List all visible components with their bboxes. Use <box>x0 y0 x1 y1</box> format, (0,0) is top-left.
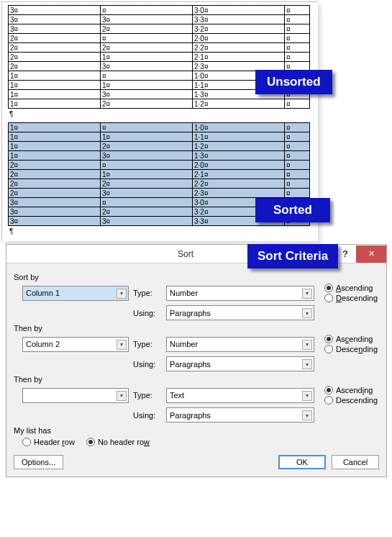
using-label: Using: <box>133 360 162 369</box>
table-row: 1¤1¤1·1¤¤ <box>9 132 310 142</box>
document-area: 3¤¤3·0¤¤3¤3¤3·3¤¤3¤2¤3·2¤¤2¤¤2·0¤¤2¤2¤2·… <box>1 1 318 241</box>
table-cell: ¤ <box>285 99 310 109</box>
table-cell: 1¤ <box>9 90 101 99</box>
table-cell: 1¤ <box>101 132 193 142</box>
then-by-2-descending-radio[interactable]: Descending <box>324 396 378 405</box>
table-cell: 3¤ <box>101 151 193 161</box>
table-row: 2¤¤2·0¤¤ <box>9 34 310 43</box>
table-cell: 2¤ <box>9 170 101 179</box>
table-cell: 1¤ <box>101 53 193 62</box>
table-cell: 2·1¤ <box>193 53 285 62</box>
help-button[interactable]: ? <box>336 245 355 263</box>
radio-icon <box>86 438 95 446</box>
unsorted-badge: Unsorted <box>255 70 332 94</box>
then-by-descending-radio[interactable]: Descending <box>324 345 378 353</box>
chevron-down-icon: ▾ <box>302 289 312 299</box>
table-cell: 1¤ <box>9 71 101 81</box>
table-cell: 1·2¤ <box>193 99 285 109</box>
table-row: 3¤2¤3·2¤¤ <box>9 24 310 34</box>
table-cell: 2¤ <box>9 53 101 62</box>
radio-icon <box>324 345 333 353</box>
no-header-row-radio[interactable]: No header row <box>86 438 150 446</box>
table-cell: 1¤ <box>9 151 101 161</box>
chevron-down-icon: ▾ <box>117 289 127 299</box>
paragraph-mark: ¶ <box>8 110 312 118</box>
table-cell: 3¤ <box>101 15 193 24</box>
using-label: Using: <box>133 309 162 317</box>
ok-button[interactable]: OK <box>278 455 326 469</box>
table-cell: 1·2¤ <box>193 142 285 151</box>
table-cell: ¤ <box>285 123 310 132</box>
then-by-type-combo[interactable]: Number ▾ <box>166 337 314 352</box>
radio-icon <box>324 284 333 292</box>
table-cell: ¤ <box>101 34 193 43</box>
table-cell: 2·0¤ <box>193 161 285 170</box>
then-by-field-combo[interactable]: Column 2 ▾ <box>22 337 129 352</box>
sort-by-type-combo[interactable]: Number ▾ <box>166 286 314 301</box>
table-cell: 2·0¤ <box>193 34 285 43</box>
table-cell: ¤ <box>285 15 310 24</box>
table-cell: 3·2¤ <box>193 24 285 34</box>
then-by-ascending-radio[interactable]: Ascending <box>324 335 378 343</box>
cancel-button[interactable]: Cancel <box>332 455 379 469</box>
chevron-down-icon: ▾ <box>117 340 127 350</box>
table-cell: 3¤ <box>101 90 193 99</box>
dialog-body: Sort by Column 1 ▾ Type: Number ▾ Ascend… <box>6 263 386 477</box>
chevron-down-icon: ▾ <box>302 391 312 401</box>
then-by-2-field-combo[interactable]: ▾ <box>22 388 129 403</box>
table-cell: 2¤ <box>101 43 193 53</box>
type-label: Type: <box>133 289 162 297</box>
table-cell: 3¤ <box>101 62 193 71</box>
table-cell: 3¤ <box>9 24 101 34</box>
table-cell: 2·2¤ <box>193 179 285 189</box>
sort-dialog: Sort Criteria Sort ? ✕ Sort by Column 1 … <box>6 244 387 477</box>
then-by-2-using-combo[interactable]: Paragraphs ▾ <box>166 407 314 423</box>
table-cell: 1¤ <box>101 81 193 90</box>
table-row: 1¤2¤1·2¤¤ <box>9 99 310 109</box>
table-row: 2¤1¤2·1¤¤ <box>9 170 310 179</box>
sort-by-using-combo[interactable]: Paragraphs ▾ <box>166 305 314 320</box>
table-cell: 2¤ <box>9 179 101 189</box>
table-row: 2¤2¤2·2¤¤ <box>9 179 310 189</box>
radio-icon <box>324 294 333 302</box>
table-cell: 3¤ <box>101 189 193 198</box>
table-cell: 3·0¤ <box>193 6 285 15</box>
table-cell: ¤ <box>285 53 310 62</box>
options-button[interactable]: Options... <box>14 455 63 469</box>
table-cell: ¤ <box>101 161 193 170</box>
table-cell: 2·1¤ <box>193 170 285 179</box>
table-cell: 1¤ <box>9 99 101 109</box>
then-by-using-combo[interactable]: Paragraphs ▾ <box>166 356 314 371</box>
table-cell: 2¤ <box>101 207 193 217</box>
close-button[interactable]: ✕ <box>356 245 386 263</box>
table-cell: ¤ <box>101 6 193 15</box>
radio-icon <box>22 438 31 446</box>
sort-by-descending-radio[interactable]: Descending <box>324 294 378 302</box>
then-by-2-ascending-radio[interactable]: Ascending <box>324 386 378 394</box>
then-by-label: Then by <box>14 324 379 333</box>
type-label: Type: <box>133 340 162 348</box>
table-cell: 1¤ <box>9 81 101 90</box>
table-cell: 2¤ <box>9 62 101 71</box>
table-cell: ¤ <box>101 123 193 132</box>
table-cell: 2¤ <box>101 99 193 109</box>
sort-by-field-combo[interactable]: Column 1 ▾ <box>22 286 129 301</box>
chevron-down-icon: ▾ <box>302 410 312 420</box>
sorted-badge: Sorted <box>255 198 330 222</box>
table-cell: 3¤ <box>9 198 101 207</box>
criteria-badge: Sort Criteria <box>247 244 338 268</box>
table-cell: ¤ <box>285 34 310 43</box>
table-cell: ¤ <box>285 24 310 34</box>
table-row: 1¤3¤1·3¤¤ <box>9 151 310 161</box>
radio-icon <box>324 396 333 405</box>
table-cell: ¤ <box>285 179 310 189</box>
table-row: 2¤2¤2·2¤¤ <box>9 43 310 53</box>
sort-by-ascending-radio[interactable]: Ascending <box>324 284 378 292</box>
table-cell: 1¤ <box>9 142 101 151</box>
header-row-radio[interactable]: Header row <box>22 438 75 446</box>
radio-icon <box>324 386 333 394</box>
table-cell: 2¤ <box>9 43 101 53</box>
then-by-2-type-combo[interactable]: Text ▾ <box>166 388 314 403</box>
table-cell: ¤ <box>101 71 193 81</box>
table-row: 2¤3¤2·3¤¤ <box>9 189 310 198</box>
